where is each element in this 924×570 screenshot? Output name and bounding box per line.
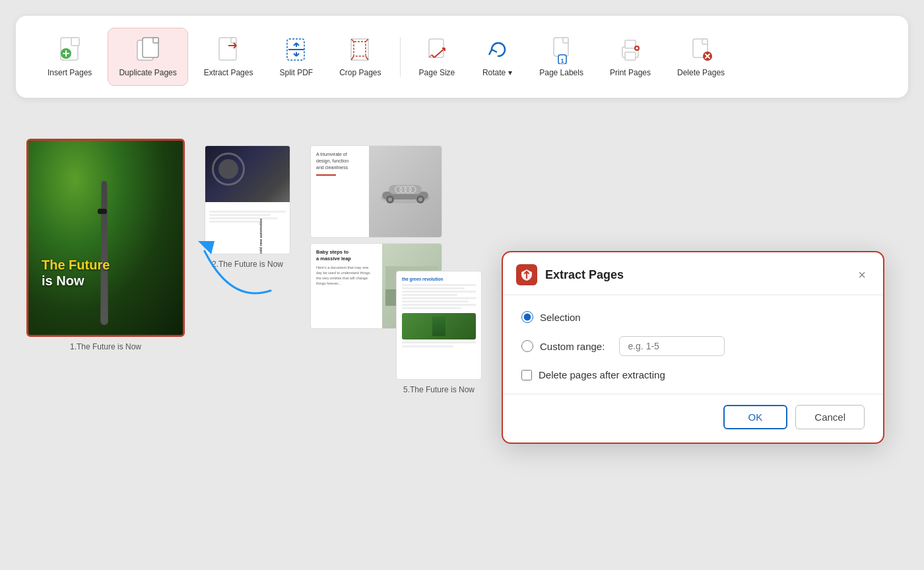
page5-image: the green revolution [396, 271, 482, 380]
svg-point-55 [418, 197, 422, 201]
custom-range-input[interactable] [619, 336, 725, 356]
tool-page-size[interactable]: Page Size [409, 28, 466, 85]
duplicate-pages-label: Duplicate Pages [119, 68, 176, 79]
crop-pages-label: Crop Pages [339, 68, 381, 79]
extract-pages-dialog: Extract Pages × Selection Custom range: … [502, 251, 884, 444]
toolbar-divider [400, 37, 401, 77]
selection-radio[interactable] [521, 311, 533, 323]
custom-range-label[interactable]: Custom range: [540, 341, 605, 352]
page5-header: the green revolution [402, 277, 476, 281]
insert-pages-icon [55, 35, 84, 64]
page-thumb-1[interactable]: The Future is Now 1.The Future is Now [26, 139, 185, 351]
delete-pages-label: Delete Pages [677, 68, 725, 79]
custom-range-radio[interactable] [521, 340, 533, 352]
right-page-1[interactable]: A triumvirate ofdesign, functionand clea… [310, 145, 442, 238]
tool-crop-pages[interactable]: Crop Pages [329, 28, 391, 85]
tool-rotate[interactable]: Rotate ▾ [471, 28, 523, 85]
custom-range-radio-row: Custom range: [521, 336, 865, 356]
right-page-1-image [369, 146, 442, 237]
page2-image: A bold new automotive [205, 145, 290, 254]
extract-pages-label: Extract Pages [204, 68, 253, 79]
page-labels-label: Page Labels [539, 68, 583, 79]
cancel-button[interactable]: Cancel [795, 405, 865, 429]
page-size-icon [422, 35, 451, 64]
dialog-header: Extract Pages × [503, 252, 883, 295]
delete-pages-checkbox-row: Delete pages after extracting [521, 369, 865, 380]
print-pages-icon [616, 35, 645, 64]
page2-label: 2.The Future is Now [212, 260, 283, 269]
selection-radio-row: Selection [521, 311, 865, 323]
insert-pages-label: Insert Pages [48, 68, 92, 79]
tool-page-labels[interactable]: 1 Page Labels [529, 28, 594, 85]
page1-image: The Future is Now [26, 139, 185, 337]
page1-title-yellow: The Future [42, 257, 110, 273]
page5-label: 5.The Future is Now [403, 385, 475, 394]
print-pages-label: Print Pages [610, 68, 651, 79]
svg-rect-39 [625, 40, 636, 48]
dialog-close-button[interactable]: × [854, 267, 870, 283]
delete-pages-checkbox-label[interactable]: Delete pages after extracting [539, 369, 665, 380]
dialog-body: Selection Custom range: Delete pages aft… [503, 295, 883, 394]
rotate-label: Rotate ▾ [482, 68, 512, 79]
right-page-1-text: A triumvirate ofdesign, functionand clea… [316, 151, 364, 170]
delete-pages-checkbox[interactable] [521, 370, 532, 380]
svg-rect-40 [625, 52, 636, 60]
extract-pages-icon [214, 35, 243, 64]
tool-delete-pages[interactable]: Delete Pages [667, 28, 735, 85]
dialog-title: Extract Pages [545, 268, 846, 282]
crop-pages-icon [346, 35, 375, 64]
tool-extract-pages[interactable]: Extract Pages [193, 28, 264, 85]
svg-rect-8 [153, 38, 158, 43]
svg-rect-10 [231, 38, 236, 43]
tool-split-pdf[interactable]: Split PDF [269, 28, 323, 85]
page1-title-white: is Now [42, 273, 110, 289]
duplicate-pages-icon [133, 35, 162, 64]
selection-label[interactable]: Selection [540, 312, 581, 323]
page-thumb-5[interactable]: the green revolution 5.The Future is Now [396, 271, 482, 394]
ok-button[interactable]: OK [723, 405, 788, 429]
page1-label: 1.The Future is Now [70, 342, 141, 351]
right-page-2-text: Here's a document that may oneday be use… [316, 265, 377, 287]
tool-duplicate-pages[interactable]: Duplicate Pages [108, 28, 187, 86]
rotate-icon [482, 35, 512, 64]
delete-pages-icon [686, 35, 715, 64]
page-labels-icon: 1 [547, 35, 576, 64]
split-pdf-icon [282, 35, 311, 64]
tool-insert-pages[interactable]: Insert Pages [37, 28, 102, 85]
svg-text:1: 1 [560, 57, 564, 64]
tool-print-pages[interactable]: Print Pages [599, 28, 661, 85]
svg-rect-1 [71, 38, 79, 46]
svg-rect-45 [702, 39, 708, 44]
svg-rect-35 [563, 38, 568, 43]
page-thumb-2[interactable]: A bold new automotive 2.The Future is No… [205, 145, 290, 269]
svg-point-53 [388, 197, 392, 201]
app-icon [516, 264, 537, 285]
right-page-2-title: Baby steps toa massive leap [316, 249, 377, 262]
dialog-footer: OK Cancel [503, 394, 883, 443]
page-size-label: Page Size [419, 68, 455, 79]
toolbar: Insert Pages Duplicate Pages [16, 16, 908, 98]
split-pdf-label: Split PDF [279, 68, 313, 79]
